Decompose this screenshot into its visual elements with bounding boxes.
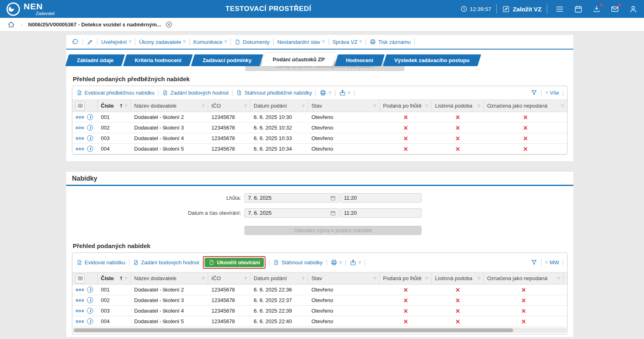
filter-dropdown-icon[interactable]: ▽ bbox=[244, 277, 247, 280]
scrollbar-thumb[interactable] bbox=[74, 328, 513, 332]
column-header-datum[interactable]: Datum podání▽ bbox=[250, 99, 308, 112]
stahnout-predbezne-nabidky-button[interactable]: Stáhnout předběžné nabídky bbox=[236, 90, 312, 96]
pencil-icon[interactable] bbox=[87, 39, 94, 45]
evidovat-nabidku-button[interactable]: Evidovat nabídku bbox=[76, 259, 125, 266]
zadani-bodovych-hodnot-button[interactable]: Zadání bodových hodnot bbox=[133, 259, 199, 266]
info-icon[interactable]: i bbox=[87, 287, 93, 293]
messages-button[interactable] bbox=[611, 5, 619, 13]
filter-dropdown-icon[interactable]: ▽ bbox=[426, 277, 428, 280]
column-header-ico[interactable]: IČO▽ bbox=[208, 272, 250, 285]
downloads-button[interactable] bbox=[592, 5, 601, 13]
tab-zakladni-udaje[interactable]: Základní údaje bbox=[67, 54, 123, 66]
row-menu-button[interactable]: ooo bbox=[76, 125, 84, 130]
filter-dropdown-icon[interactable]: ▽ bbox=[374, 104, 376, 108]
column-header-cislo[interactable]: Číslo↑▽ bbox=[98, 272, 131, 285]
row-menu-button[interactable]: ooo bbox=[76, 309, 84, 313]
divider bbox=[315, 90, 316, 96]
home-icon[interactable] bbox=[7, 21, 15, 28]
row-menu-button[interactable]: ooo bbox=[76, 136, 84, 140]
tab-podani-ucastniku-zp[interactable]: Podání účastníků ZP bbox=[263, 53, 335, 66]
calendar-icon[interactable] bbox=[574, 5, 583, 13]
close-record-icon[interactable] bbox=[165, 21, 173, 28]
stahnout-nabidky-button[interactable]: Stáhnout nabídky bbox=[273, 259, 322, 266]
menu-uverejneni[interactable]: Uveřejnění▽ bbox=[101, 39, 131, 45]
filter-dropdown-icon[interactable]: ▽ bbox=[478, 104, 480, 108]
column-chooser-button[interactable] bbox=[76, 101, 85, 110]
print-button[interactable]: ▽ bbox=[320, 89, 331, 96]
row-menu-button[interactable]: ooo bbox=[76, 319, 84, 324]
filter-dropdown-icon[interactable]: ▽ bbox=[202, 104, 205, 108]
column-header-podana[interactable]: Podaná po lhůtě▽ bbox=[380, 272, 432, 285]
menu-komunikace[interactable]: Komunikace▽ bbox=[194, 39, 227, 45]
info-icon[interactable]: i bbox=[87, 318, 93, 324]
column-header-nazev[interactable]: Název dodavatele▽ bbox=[131, 272, 208, 285]
row-menu-button[interactable]: ooo bbox=[76, 147, 84, 151]
column-header-oznacena[interactable]: Označena jako nepodaná▽ bbox=[484, 272, 564, 285]
column-header-listinna[interactable]: Listinná podoba▽ bbox=[432, 272, 484, 285]
column-header-nazev[interactable]: Název dodavatele▽ bbox=[131, 99, 208, 112]
tab-vysledek-zadavaciho-postupu[interactable]: Výsledek zadávacího postupu bbox=[385, 54, 479, 66]
horizontal-scrollbar[interactable] bbox=[73, 328, 566, 333]
filter-dropdown-icon[interactable]: ▽ bbox=[125, 277, 127, 280]
filter-dropdown-icon[interactable]: ▽ bbox=[478, 277, 480, 280]
filter-dropdown-icon[interactable]: ▽ bbox=[202, 277, 205, 280]
menu-ukony-zadavatele[interactable]: Úkony zadavatele▽ bbox=[139, 39, 186, 45]
filter-dropdown-icon[interactable]: ▽ bbox=[374, 277, 376, 280]
info-icon[interactable]: i bbox=[87, 125, 93, 131]
info-icon[interactable]: i bbox=[87, 146, 93, 152]
breadcrumb-record-title[interactable]: N006/25/V00005367 - Detekce vozidel s na… bbox=[28, 22, 161, 28]
filter-dropdown-icon[interactable]: ▽ bbox=[244, 104, 247, 108]
menu-nestandardni-stav[interactable]: Nestandardní stav▽ bbox=[277, 39, 325, 45]
filter-dropdown-icon[interactable]: ▽ bbox=[567, 277, 567, 280]
info-icon[interactable]: i bbox=[87, 114, 93, 120]
zadani-bodovych-hodnot-button[interactable]: Zadání bodových hodnot bbox=[162, 90, 228, 96]
tab-hodnoceni[interactable]: Hodnocení bbox=[336, 54, 383, 66]
evidovat-predbeznou-nabidku-button[interactable]: Evidovat předběžnou nabídku bbox=[76, 90, 154, 96]
prelim-section: Přehled podaných předběžných nabídek Evi… bbox=[66, 76, 573, 161]
filter-funnel-icon[interactable] bbox=[531, 259, 537, 266]
column-header-listinna[interactable]: Listinná podoba▽ bbox=[432, 99, 484, 112]
tab-kriteria-hodnoceni[interactable]: Kritéria hodnocení bbox=[125, 54, 191, 66]
odeslani-vyzvy-button[interactable]: Odeslání výzvy k podání nabídek bbox=[244, 226, 422, 235]
info-icon[interactable]: i bbox=[87, 135, 93, 141]
menu-sprava-vz[interactable]: Správa VZ▽ bbox=[333, 39, 362, 45]
column-header-clipped[interactable]: ▽V bbox=[564, 272, 567, 285]
create-vz-button[interactable]: Založit VZ bbox=[502, 5, 542, 13]
refresh-icon[interactable] bbox=[72, 38, 79, 45]
menu-tisk-zaznamu[interactable]: Tisk záznamu bbox=[370, 39, 411, 45]
column-header-oznacena[interactable]: Označena jako nepodaná▽ bbox=[484, 99, 567, 112]
otevirani-date-input[interactable]: 7. 6. 2025 bbox=[244, 208, 339, 218]
filter-preset-dropdown[interactable]: ▽Vše bbox=[545, 90, 559, 96]
filter-dropdown-icon[interactable]: ▽ bbox=[302, 104, 305, 108]
row-menu-button[interactable]: ooo bbox=[76, 115, 84, 119]
menu-icon[interactable] bbox=[555, 4, 564, 14]
column-header-podana[interactable]: Podaná po lhůtě▽ bbox=[380, 99, 432, 112]
column-header-stav[interactable]: Stav▽ bbox=[308, 272, 380, 285]
filter-dropdown-icon[interactable]: ▽ bbox=[125, 104, 127, 108]
filter-dropdown-icon[interactable]: ▽ bbox=[426, 104, 428, 108]
info-icon[interactable]: i bbox=[87, 297, 93, 303]
lhuta-time-input[interactable]: 11:20 bbox=[340, 193, 422, 203]
filter-preset-dropdown[interactable]: ▽MW bbox=[545, 259, 559, 266]
column-header-stav[interactable]: Stav▽ bbox=[308, 99, 380, 112]
otevirani-time-input[interactable]: 11:20 bbox=[340, 208, 422, 218]
menu-dokumenty[interactable]: Dokumenty bbox=[235, 39, 270, 45]
filter-funnel-icon[interactable] bbox=[531, 89, 537, 96]
lhuta-date-input[interactable]: 7. 6. 2025 bbox=[244, 193, 339, 203]
filter-dropdown-icon[interactable]: ▽ bbox=[561, 104, 564, 108]
column-chooser-button[interactable] bbox=[76, 274, 85, 283]
column-header-ico[interactable]: IČO▽ bbox=[208, 99, 250, 112]
filter-dropdown-icon[interactable]: ▽ bbox=[557, 277, 560, 280]
export-button[interactable]: ▽ bbox=[339, 89, 350, 96]
print-button[interactable]: ▽ bbox=[331, 259, 342, 266]
info-icon[interactable]: i bbox=[87, 308, 93, 314]
filter-dropdown-icon[interactable]: ▽ bbox=[302, 277, 305, 280]
user-icon[interactable] bbox=[629, 5, 637, 13]
column-header-datum[interactable]: Datum podání▽ bbox=[250, 272, 308, 285]
row-menu-button[interactable]: ooo bbox=[76, 287, 84, 292]
column-header-cislo[interactable]: Číslo↑▽ bbox=[98, 99, 131, 112]
ukoncit-otevirani-button[interactable]: Ukončit otevírání bbox=[205, 258, 264, 267]
tab-zadavaci-podminky[interactable]: Zadávací podmínky bbox=[193, 54, 261, 66]
row-menu-button[interactable]: ooo bbox=[76, 298, 84, 302]
export-button[interactable]: ▽ bbox=[350, 259, 361, 266]
